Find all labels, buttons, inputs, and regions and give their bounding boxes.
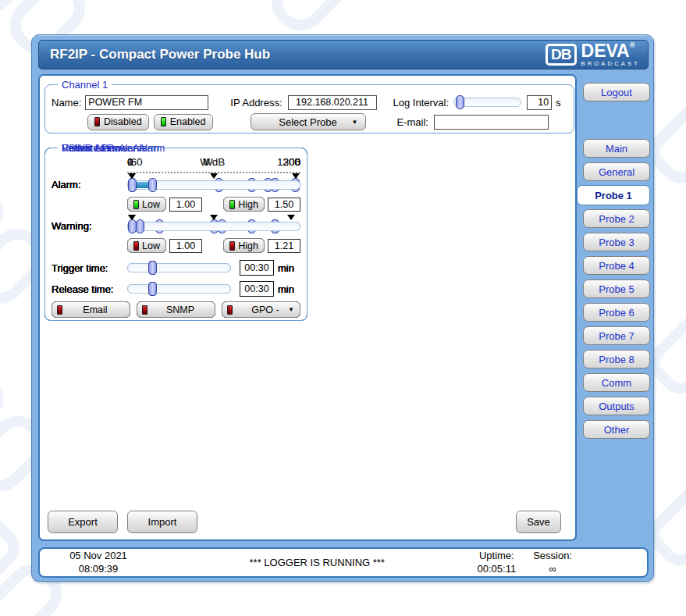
time-text: 08:09:39 [40, 563, 157, 575]
warning-range-slider[interactable] [127, 222, 300, 231]
warning-high-led [229, 241, 235, 251]
disabled-button[interactable]: Disabled [87, 114, 149, 130]
release-time-label: Release time: [52, 283, 127, 295]
gpo-led [227, 305, 233, 315]
ip-address-label: IP Address: [230, 97, 282, 109]
trigger-time-thumb[interactable] [148, 261, 157, 275]
warning-low-value[interactable] [169, 239, 202, 253]
warning-high-thumb[interactable] [136, 219, 144, 233]
sidebar-item-main[interactable]: Main [583, 139, 650, 158]
alarm-high-thumb[interactable] [148, 178, 157, 192]
trigger-time-unit: min [278, 262, 294, 274]
logo-deva-text: DEVA [581, 41, 630, 61]
logo-broadcast-text: BROADCAST [581, 61, 640, 67]
export-button[interactable]: Export [48, 511, 118, 533]
name-input[interactable] [85, 95, 208, 110]
session: Session: ∞ [533, 550, 572, 575]
warning-high-value[interactable] [268, 239, 300, 253]
sidebar-item-probe-2[interactable]: Probe 2 [583, 209, 650, 228]
name-label: Name: [52, 97, 81, 109]
release-time-slider[interactable] [127, 284, 231, 294]
alarm-sections: Forward Power Alarm 0 W 1200 Alarm: Low [44, 142, 575, 503]
alarm-group-title: VSWR Alarm [58, 142, 125, 154]
log-interval-value[interactable] [527, 95, 552, 110]
snmp-notify-button[interactable]: SNMP [137, 301, 215, 318]
sidebar-item-probe-8[interactable]: Probe 8 [583, 350, 650, 369]
content-panel: Channel 1 Name: IP Address: Log Interval… [38, 74, 577, 541]
date-text: 05 Nov 2021 [40, 550, 157, 562]
sidebar-item-probe-5[interactable]: Probe 5 [583, 280, 650, 298]
warning-low-led [133, 241, 139, 251]
sidebar-item-probe-6[interactable]: Probe 6 [583, 303, 650, 322]
alarm-low-thumb[interactable] [128, 178, 137, 192]
sidebar-item-outputs[interactable]: Outputs [583, 397, 650, 415]
email-input[interactable] [434, 115, 549, 130]
select-probe-dropdown[interactable]: Select Probe ▼ [251, 113, 366, 130]
uptime-value: 00:05:11 [477, 563, 516, 575]
page-title: RF2IP - Compact Power Probe Hub [50, 47, 270, 62]
email-label: E-mail: [397, 116, 428, 128]
sidebar-item-general[interactable]: General [583, 162, 650, 181]
warning-low-button[interactable]: Low [127, 238, 166, 253]
scale-labels: 1 5 [127, 156, 300, 169]
import-button[interactable]: Import [127, 511, 197, 533]
channel-group: Channel 1 Name: IP Address: Log Interval… [44, 79, 574, 134]
title-bar: RF2IP - Compact Power Probe Hub DB DEVA®… [38, 40, 649, 69]
datetime: 05 Nov 2021 08:09:39 [40, 550, 157, 575]
log-interval-unit: s [556, 97, 561, 109]
db-logo-icon: DB [546, 44, 576, 66]
release-time-thumb[interactable] [148, 282, 157, 296]
disabled-led [94, 117, 100, 126]
sidebar-item-probe-4[interactable]: Probe 4 [583, 256, 650, 275]
release-time-unit: min [278, 283, 294, 295]
alarm-low-led [133, 200, 139, 209]
log-interval-thumb[interactable] [456, 95, 464, 109]
logger-status: *** LOGGER IS RUNNING *** [157, 557, 477, 568]
alarm-label: Alarm: [52, 179, 127, 190]
enabled-led [161, 117, 166, 126]
alarm-low-button[interactable]: Low [127, 197, 166, 212]
log-interval-slider[interactable] [453, 98, 521, 107]
sidebar-item-probe-7[interactable]: Probe 7 [583, 326, 650, 345]
registered-mark: ® [630, 41, 635, 49]
trigger-time-slider[interactable] [127, 263, 231, 272]
scale-max: 5 [294, 156, 300, 169]
channel-group-title: Channel 1 [58, 79, 112, 91]
uptime: Uptime: 00:05:11 [477, 550, 516, 575]
uptime-label: Uptime: [477, 550, 516, 562]
alarm-high-value[interactable] [268, 198, 300, 212]
current-value-marker-icon [128, 215, 136, 220]
logout-button[interactable]: Logout [583, 83, 650, 101]
release-time-value[interactable] [240, 281, 274, 297]
status-bar: 05 Nov 2021 08:09:39 *** LOGGER IS RUNNI… [38, 547, 649, 578]
ip-address-input[interactable] [288, 95, 377, 110]
scale-min: 1 [127, 156, 133, 169]
sidebar-item-comm[interactable]: Comm [583, 373, 650, 392]
trigger-time-value[interactable] [240, 260, 274, 276]
alarm-high-led [229, 200, 235, 209]
warning-high-button[interactable]: High [223, 238, 265, 253]
alarm-range-slider[interactable] [127, 180, 300, 190]
session-label: Session: [533, 550, 572, 562]
alarm-low-value[interactable] [169, 198, 202, 212]
chevron-down-icon: ▼ [288, 306, 294, 313]
trigger-time-label: Trigger time: [52, 262, 127, 274]
deva-broadcast-logo: DB DEVA® BROADCAST [546, 42, 640, 67]
gpo-dropdown[interactable]: GPO - ▼ [222, 301, 300, 318]
warning-label: Warning: [52, 220, 127, 232]
email-notify-button[interactable]: Email [52, 301, 130, 318]
save-button[interactable]: Save [516, 511, 561, 533]
email-led [57, 305, 62, 315]
sidebar-item-probe-1[interactable]: Probe 1 [577, 185, 650, 205]
current-value-marker-icon [128, 173, 136, 179]
sidebar-item-other[interactable]: Other [583, 420, 650, 439]
sidebar-item-probe-3[interactable]: Probe 3 [583, 233, 650, 251]
alarm-high-button[interactable]: High [223, 197, 265, 212]
snmp-led [142, 305, 148, 315]
warning-low-thumb[interactable] [128, 219, 137, 233]
app-window: RF2IP - Compact Power Probe Hub DB DEVA®… [31, 34, 654, 582]
session-value: ∞ [533, 563, 572, 575]
log-interval-label: Log Interval: [393, 97, 450, 109]
chevron-down-icon: ▼ [352, 119, 358, 126]
enabled-button[interactable]: Enabled [154, 114, 213, 130]
